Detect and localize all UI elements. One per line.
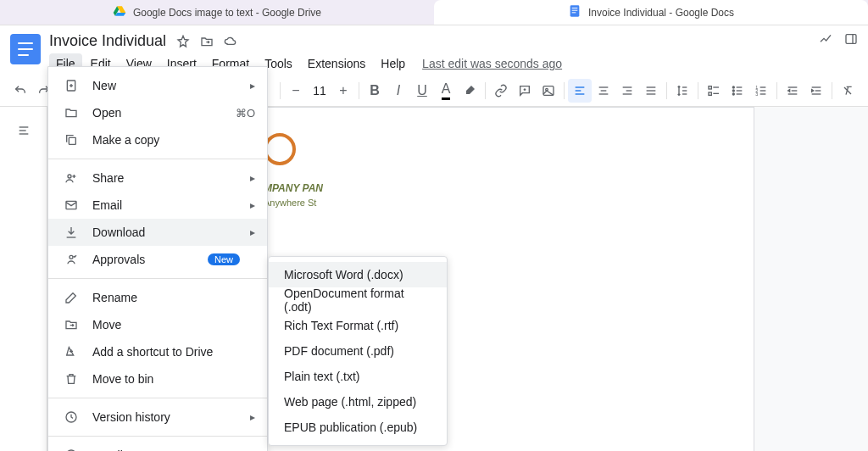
rename-icon xyxy=(62,291,81,304)
chevron-right-icon: ▸ xyxy=(250,226,255,238)
svg-rect-1 xyxy=(572,8,578,8)
align-right-button[interactable] xyxy=(615,79,639,103)
browser-tab-label: Invoice Individual - Google Docs xyxy=(588,7,734,19)
file-menu-version-history[interactable]: Version history ▸ xyxy=(48,404,267,431)
chevron-right-icon: ▸ xyxy=(250,199,255,211)
underline-button[interactable]: U xyxy=(410,79,434,103)
svg-point-29 xyxy=(732,86,734,88)
file-menu-move-bin[interactable]: Move to bin xyxy=(48,365,267,393)
menu-divider xyxy=(48,436,267,437)
text-color-button[interactable]: A xyxy=(434,79,458,103)
menu-extensions[interactable]: Extensions xyxy=(301,53,372,74)
menu-divider xyxy=(48,278,267,279)
svg-text:3: 3 xyxy=(755,92,758,97)
numbered-list-button[interactable]: 123 xyxy=(749,79,773,103)
docs-logo[interactable] xyxy=(10,34,41,64)
bullet-list-button[interactable] xyxy=(726,79,749,103)
line-spacing-button[interactable] xyxy=(670,79,694,103)
download-odt[interactable]: OpenDocument format (.odt) xyxy=(269,287,447,313)
align-justify-button[interactable] xyxy=(639,79,663,103)
file-menu-details[interactable]: Details xyxy=(48,442,267,451)
file-menu-dropdown: New ▸ Open ⌘O Make a copy Share ▸ Email … xyxy=(47,66,268,451)
drive-shortcut-icon xyxy=(62,345,81,359)
menu-divider xyxy=(48,398,267,398)
outline-icon[interactable] xyxy=(17,124,31,141)
download-txt[interactable]: Plain text (.txt) xyxy=(269,364,447,389)
image-button[interactable] xyxy=(537,79,560,103)
file-menu-share[interactable]: Share ▸ xyxy=(48,164,267,192)
link-button[interactable] xyxy=(489,79,513,103)
browser-tab-drive[interactable]: Google Docs image to text - Google Drive xyxy=(0,0,434,25)
font-size-decrease[interactable]: − xyxy=(284,79,308,103)
move-folder-icon[interactable] xyxy=(200,35,214,48)
italic-button[interactable]: I xyxy=(387,79,410,103)
undo-button[interactable] xyxy=(8,79,32,103)
svg-rect-0 xyxy=(570,5,580,16)
checklist-button[interactable] xyxy=(702,79,726,103)
svg-rect-27 xyxy=(709,92,711,95)
browser-tab-strip: Google Docs image to text - Google Drive… xyxy=(0,0,868,25)
font-size-value[interactable]: 11 xyxy=(309,84,330,97)
font-size-increase[interactable]: + xyxy=(331,79,355,103)
download-pdf[interactable]: PDF document (.pdf) xyxy=(269,338,447,364)
file-menu-new[interactable]: New ▸ xyxy=(48,72,267,99)
svg-rect-2 xyxy=(572,10,578,11)
download-rtf[interactable]: Rich Text Format (.rtf) xyxy=(269,313,447,338)
file-menu-email[interactable]: Email ▸ xyxy=(48,192,267,219)
highlight-button[interactable] xyxy=(458,79,481,103)
menu-divider xyxy=(48,159,267,159)
new-file-icon xyxy=(62,79,81,92)
download-epub[interactable]: EPUB publication (.epub) xyxy=(269,415,447,440)
history-icon xyxy=(62,410,81,424)
activity-icon[interactable] xyxy=(819,32,832,49)
align-center-button[interactable] xyxy=(592,79,615,103)
doc-logo-shape xyxy=(264,133,296,165)
file-menu-rename[interactable]: Rename xyxy=(48,284,267,311)
browser-tab-label: Google Docs image to text - Google Drive xyxy=(133,7,321,19)
file-menu-make-copy[interactable]: Make a copy xyxy=(48,126,267,153)
doc-address: Anywhere St xyxy=(264,198,703,208)
download-icon xyxy=(62,226,81,239)
svg-point-58 xyxy=(70,255,73,259)
star-icon[interactable] xyxy=(176,35,190,48)
share-icon xyxy=(62,171,81,185)
svg-point-33 xyxy=(732,93,734,95)
file-menu-add-shortcut[interactable]: Add a shortcut to Drive xyxy=(48,338,267,365)
menu-help[interactable]: Help xyxy=(374,53,412,74)
file-menu-open[interactable]: Open ⌘O xyxy=(48,99,267,126)
folder-open-icon xyxy=(62,106,81,120)
file-menu-download[interactable]: Download ▸ xyxy=(48,219,267,246)
svg-rect-25 xyxy=(709,86,711,89)
align-left-button[interactable] xyxy=(568,79,592,103)
doc-company-heading: MPANY PAN xyxy=(264,182,703,194)
bold-button[interactable]: B xyxy=(363,79,387,103)
svg-rect-53 xyxy=(69,137,75,144)
email-icon xyxy=(62,198,81,212)
chevron-right-icon: ▸ xyxy=(250,411,255,423)
file-menu-approvals[interactable]: Approvals New xyxy=(48,246,267,273)
trash-icon xyxy=(62,372,81,386)
approvals-icon xyxy=(62,253,81,266)
copy-icon xyxy=(62,133,81,147)
svg-rect-4 xyxy=(846,35,856,44)
svg-point-54 xyxy=(68,175,71,178)
sidebar-toggle-icon[interactable] xyxy=(844,32,858,49)
svg-point-31 xyxy=(732,90,734,92)
cloud-status-icon[interactable] xyxy=(224,35,237,48)
download-html[interactable]: Web page (.html, zipped) xyxy=(269,389,447,415)
file-menu-move[interactable]: Move xyxy=(48,311,267,338)
outdent-button[interactable] xyxy=(781,79,804,103)
clear-format-button[interactable] xyxy=(836,79,860,103)
indent-button[interactable] xyxy=(804,79,828,103)
move-icon xyxy=(62,318,81,331)
drive-icon xyxy=(113,4,126,20)
download-docx[interactable]: Microsoft Word (.docx) xyxy=(269,262,447,287)
last-edit-link[interactable]: Last edit was seconds ago xyxy=(422,57,562,70)
browser-tab-docs[interactable]: Invoice Individual - Google Docs xyxy=(434,0,868,25)
chevron-right-icon: ▸ xyxy=(250,80,255,92)
left-gutter xyxy=(0,107,47,451)
svg-rect-3 xyxy=(572,12,576,13)
document-title[interactable]: Invoice Individual xyxy=(49,32,166,50)
comment-button[interactable] xyxy=(513,79,537,103)
shortcut-label: ⌘O xyxy=(236,107,255,120)
